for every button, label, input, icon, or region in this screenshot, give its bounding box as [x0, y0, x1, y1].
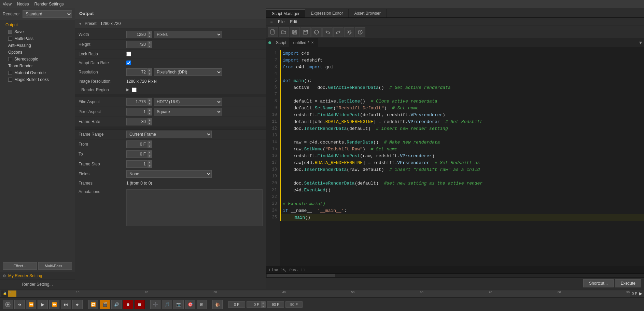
frame-rate-input[interactable] [127, 119, 147, 125]
renderer-select[interactable]: Standard [23, 10, 72, 18]
pixel-aspect-type-select[interactable]: Square [154, 108, 222, 116]
from-input-group[interactable]: ▲ ▼ [126, 140, 152, 148]
height-down-arrow[interactable]: ▼ [147, 44, 152, 48]
adapt-data-rate-checkbox[interactable] [126, 60, 131, 65]
undo-btn[interactable] [322, 27, 333, 37]
my-render-setting-row[interactable]: ⚙ My Render Setting [0, 272, 75, 280]
annotations-box[interactable] [126, 189, 263, 226]
current-frame-input[interactable] [247, 302, 261, 307]
height-input-group[interactable]: ▲ ▼ [126, 41, 152, 48]
tab-script-manager[interactable]: Script Manager [266, 9, 305, 17]
nav-item-save-checkbox[interactable] [8, 30, 12, 34]
timeline-lock-icon[interactable]: 🔒 [1, 290, 8, 297]
menu-render-settings[interactable]: Render Settings [34, 2, 64, 6]
from-input[interactable] [127, 141, 147, 147]
tab-dropdown-btn[interactable]: ▾ [637, 39, 644, 46]
stop-btn[interactable]: ⏹ [135, 300, 145, 309]
multipass-button[interactable]: Multi-Pass... [38, 262, 72, 270]
code-area[interactable]: 1 2 3 4 5 6 7 8 9 10 11 12 13 14 15 16 1… [266, 47, 644, 266]
save-file-btn[interactable] [290, 27, 300, 37]
add-keyframe-btn[interactable]: ➕ [150, 300, 160, 309]
width-input-group[interactable]: ▲ ▼ [126, 31, 152, 38]
resolution-input[interactable] [127, 69, 147, 75]
frame-step-up-arrow[interactable]: ▲ [147, 160, 152, 164]
open-file-btn[interactable] [279, 27, 289, 37]
help-btn[interactable] [355, 27, 365, 37]
nav-item-save[interactable]: Save [0, 28, 75, 35]
lock-ratio-checkbox[interactable] [126, 52, 131, 56]
width-input[interactable] [127, 31, 147, 38]
pixel-aspect-up-arrow[interactable]: ▲ [147, 108, 152, 112]
play-btn[interactable]: ▶ [38, 300, 48, 309]
timeline-scroll-right[interactable]: ▶ [639, 290, 643, 297]
frame-rate-input-group[interactable]: ▲ ▼ [126, 118, 152, 125]
width-down-arrow[interactable]: ▼ [147, 35, 152, 38]
horizontal-scrollbar[interactable] [266, 273, 644, 278]
height-input[interactable] [127, 41, 147, 48]
film-aspect-up-arrow[interactable]: ▲ [147, 98, 152, 102]
tab-expression-editor[interactable]: Expression Editor [305, 9, 349, 17]
resolution-down-arrow[interactable]: ▼ [147, 72, 152, 76]
frame-down[interactable]: ▼ [261, 305, 265, 308]
nav-item-multipass-checkbox[interactable] [8, 37, 12, 41]
pixel-aspect-down-arrow[interactable]: ▼ [147, 112, 152, 116]
pixel-aspect-input-group[interactable]: ▲ ▼ [126, 108, 152, 116]
frame-range-select[interactable]: Current Frame [126, 131, 212, 138]
snail-btn[interactable]: 🐌 [212, 300, 223, 309]
nav-item-options[interactable]: Options [0, 49, 75, 56]
new-file-btn[interactable] [268, 27, 278, 37]
nav-item-materialoverride[interactable]: Material Override [0, 69, 75, 76]
end-frame-input-1[interactable] [267, 301, 284, 308]
end-frame-input-2[interactable] [285, 301, 303, 308]
render-btn[interactable] [3, 300, 13, 309]
camera-btn[interactable]: 📷 [173, 300, 184, 309]
step-fwd-btn[interactable]: ⏩ [49, 300, 59, 309]
film-aspect-input[interactable] [127, 99, 147, 105]
start-frame-input[interactable] [228, 301, 245, 308]
nav-item-stereoscopic[interactable]: Stereoscopic [0, 56, 75, 63]
nav-item-magicbullet[interactable]: Magic Bullet Looks [0, 76, 75, 83]
film-aspect-down-arrow[interactable]: ▼ [147, 102, 152, 106]
motion-btn[interactable]: 🎯 [185, 300, 195, 309]
frame-rate-up-arrow[interactable]: ▲ [147, 118, 152, 122]
height-up-arrow[interactable]: ▲ [147, 41, 152, 44]
nav-item-output[interactable]: Output [0, 22, 75, 28]
shortcut-button[interactable]: Shortcut... [583, 279, 614, 287]
redo-btn[interactable] [333, 27, 344, 37]
nav-item-antialiasing[interactable]: Anti-Aliasing [0, 42, 75, 49]
step-back-btn[interactable]: ⏪ [26, 300, 36, 309]
render-region-checkbox[interactable] [132, 87, 137, 92]
from-down-arrow[interactable]: ▼ [147, 144, 152, 148]
timeline-track[interactable]: 0 10 20 30 40 50 60 70 80 90 [8, 290, 630, 297]
film-aspect-input-group[interactable]: ▲ ▼ [126, 98, 152, 106]
grid-btn[interactable]: ⊞ [197, 300, 207, 309]
resolution-up-arrow[interactable]: ▲ [147, 68, 152, 72]
loop-btn[interactable]: 🔁 [88, 300, 98, 309]
audio-btn[interactable]: 🔊 [111, 300, 122, 309]
current-frame-input-group[interactable]: ▲ ▼ [247, 301, 266, 308]
frame-step-input[interactable] [127, 161, 147, 167]
to-input-group[interactable]: ▲ ▼ [126, 150, 152, 158]
nav-item-magic-checkbox[interactable] [8, 78, 12, 82]
scrollbar-thumb[interactable] [267, 274, 335, 277]
reload-btn[interactable] [311, 27, 322, 37]
nav-item-teamrender[interactable]: Team Render [0, 63, 75, 69]
execute-button[interactable]: Execute [615, 279, 641, 287]
skip-fwd-btn[interactable]: ⏭ [61, 300, 71, 309]
skip-end-btn[interactable]: ⏭ [72, 300, 83, 309]
menu-nodes[interactable]: Nodes [17, 2, 29, 6]
script-tab-close[interactable]: ✕ [311, 41, 314, 44]
menu-file[interactable]: File [275, 19, 287, 24]
nav-item-material-checkbox[interactable] [8, 71, 12, 75]
menu-view[interactable]: View [3, 2, 12, 6]
save-as-btn[interactable] [300, 27, 311, 37]
fields-select[interactable]: None [126, 170, 212, 178]
track-btn[interactable]: 🎵 [162, 300, 172, 309]
menu-edit[interactable]: Edit [287, 19, 300, 24]
frame-step-down-arrow[interactable]: ▼ [147, 164, 152, 168]
resolution-input-group[interactable]: ▲ ▼ [126, 68, 152, 76]
frame-rate-down-arrow[interactable]: ▼ [147, 122, 152, 125]
effect-button[interactable]: Effect... [3, 262, 37, 270]
width-up-arrow[interactable]: ▲ [147, 31, 152, 35]
to-input[interactable] [127, 151, 147, 157]
